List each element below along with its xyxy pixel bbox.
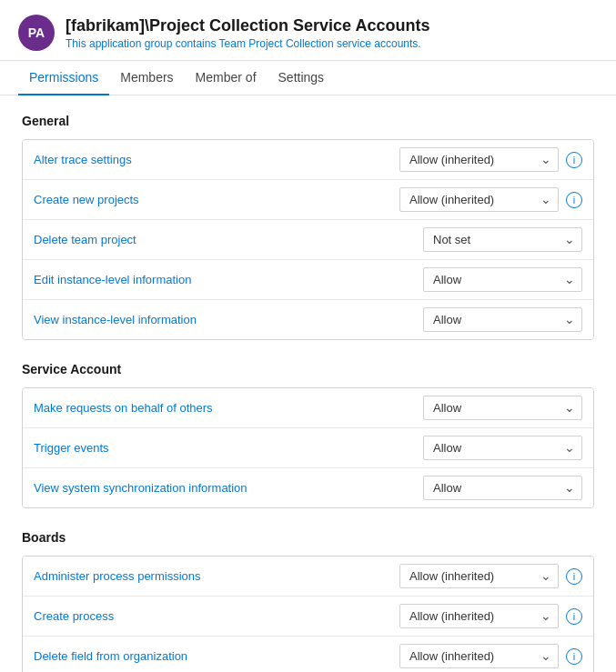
select-wrapper-trigger-events: Allow Not set Allow (inherited) Deny (423, 436, 582, 460)
permission-row-view-sync: View system synchronization information … (23, 468, 593, 507)
info-icon-alter-trace[interactable]: i (566, 152, 582, 168)
select-view-instance[interactable]: Allow Not set Allow (inherited) Deny (423, 307, 582, 332)
header-text: [fabrikam]\Project Collection Service Ac… (66, 16, 429, 50)
permission-control-create-process: Allow (inherited) Not set Allow Deny i (399, 604, 582, 628)
info-icon-create-process[interactable]: i (566, 608, 582, 625)
permission-row-administer-process: Administer process permissions Allow (in… (23, 557, 593, 597)
select-view-sync[interactable]: Allow Not set Allow (inherited) Deny (423, 476, 582, 500)
tab-settings[interactable]: Settings (268, 61, 336, 95)
permission-control-alter-trace: Allow (inherited) Not set Allow Deny i (399, 147, 582, 172)
permission-control-trigger-events: Allow Not set Allow (inherited) Deny (423, 436, 582, 460)
select-delete-field[interactable]: Allow (inherited) Not set Allow Deny (399, 644, 559, 668)
section-boards-title: Boards (22, 530, 594, 545)
permission-control-create-projects: Allow (inherited) Not set Allow Deny i (399, 187, 582, 212)
avatar: PA (18, 15, 55, 51)
select-wrapper-edit-instance: Allow Not set Allow (inherited) Deny (423, 267, 582, 292)
permission-control-edit-instance: Allow Not set Allow (inherited) Deny (423, 267, 582, 292)
permission-row-create-process: Create process Allow (inherited) Not set… (23, 597, 593, 637)
select-wrapper-delete-project: Not set Allow Allow (inherited) Deny (423, 227, 582, 252)
select-alter-trace[interactable]: Allow (inherited) Not set Allow Deny (399, 147, 559, 172)
info-icon-delete-field[interactable]: i (566, 648, 582, 665)
permission-label-view-sync[interactable]: View system synchronization information (34, 481, 423, 495)
permission-control-view-sync: Allow Not set Allow (inherited) Deny (423, 476, 582, 500)
permission-row-trigger-events: Trigger events Allow Not set Allow (inhe… (23, 428, 593, 468)
permission-control-delete-project: Not set Allow Allow (inherited) Deny (423, 227, 582, 252)
permission-label-create-process[interactable]: Create process (34, 609, 399, 623)
section-service-account-title: Service Account (22, 362, 594, 376)
section-general-title: General (22, 114, 594, 128)
permission-label-alter-trace[interactable]: Alter trace settings (34, 153, 399, 166)
permission-label-delete-field[interactable]: Delete field from organization (34, 649, 399, 663)
permission-label-trigger-events[interactable]: Trigger events (34, 441, 423, 455)
permission-label-create-projects[interactable]: Create new projects (34, 193, 399, 206)
info-icon-create-projects[interactable]: i (566, 192, 582, 208)
permission-label-edit-instance[interactable]: Edit instance-level information (34, 273, 423, 286)
tab-members[interactable]: Members (109, 61, 184, 95)
permission-control-view-instance: Allow Not set Allow (inherited) Deny (423, 307, 582, 332)
select-wrapper-create-projects: Allow (inherited) Not set Allow Deny (399, 187, 559, 212)
page-title: [fabrikam]\Project Collection Service Ac… (66, 16, 429, 35)
permission-label-administer-process[interactable]: Administer process permissions (34, 569, 399, 583)
select-administer-process[interactable]: Allow (inherited) Not set Allow Deny (399, 564, 559, 588)
permission-control-administer-process: Allow (inherited) Not set Allow Deny i (399, 564, 582, 588)
nav-tabs: Permissions Members Member of Settings (0, 61, 616, 95)
permission-row-create-projects: Create new projects Allow (inherited) No… (23, 180, 593, 220)
select-wrapper-alter-trace: Allow (inherited) Not set Allow Deny (399, 147, 559, 172)
select-edit-instance[interactable]: Allow Not set Allow (inherited) Deny (423, 267, 582, 292)
info-icon-administer-process[interactable]: i (566, 568, 582, 585)
permission-row-make-requests: Make requests on behalf of others Allow … (23, 388, 593, 428)
select-make-requests[interactable]: Allow Not set Allow (inherited) Deny (423, 396, 582, 420)
section-general-body: Alter trace settings Allow (inherited) N… (22, 139, 594, 340)
select-wrapper-create-process: Allow (inherited) Not set Allow Deny (399, 604, 559, 628)
permission-control-delete-field: Allow (inherited) Not set Allow Deny i (399, 644, 582, 668)
section-boards-body: Administer process permissions Allow (in… (22, 556, 594, 672)
permission-row-delete-project: Delete team project Not set Allow Allow … (23, 220, 593, 260)
select-wrapper-view-sync: Allow Not set Allow (inherited) Deny (423, 476, 582, 500)
section-boards: Boards Administer process permissions Al… (22, 530, 594, 672)
select-wrapper-delete-field: Allow (inherited) Not set Allow Deny (399, 644, 559, 668)
permission-row-delete-field: Delete field from organization Allow (in… (23, 637, 593, 672)
permission-label-make-requests[interactable]: Make requests on behalf of others (34, 401, 423, 415)
permission-label-delete-project[interactable]: Delete team project (34, 233, 423, 246)
permission-row-edit-instance: Edit instance-level information Allow No… (23, 260, 593, 300)
select-delete-project[interactable]: Not set Allow Allow (inherited) Deny (423, 227, 582, 252)
section-service-account: Service Account Make requests on behalf … (22, 362, 594, 508)
select-trigger-events[interactable]: Allow Not set Allow (inherited) Deny (423, 436, 582, 460)
select-create-projects[interactable]: Allow (inherited) Not set Allow Deny (399, 187, 559, 212)
section-general: General Alter trace settings Allow (inhe… (22, 114, 594, 340)
select-create-process[interactable]: Allow (inherited) Not set Allow Deny (399, 604, 559, 628)
permission-label-view-instance[interactable]: View instance-level information (34, 313, 423, 326)
permission-control-make-requests: Allow Not set Allow (inherited) Deny (423, 396, 582, 420)
select-wrapper-view-instance: Allow Not set Allow (inherited) Deny (423, 307, 582, 332)
select-wrapper-make-requests: Allow Not set Allow (inherited) Deny (423, 396, 582, 420)
permission-row-view-instance: View instance-level information Allow No… (23, 300, 593, 339)
page-header: PA [fabrikam]\Project Collection Service… (0, 0, 616, 61)
tab-permissions[interactable]: Permissions (18, 61, 109, 95)
main-content: General Alter trace settings Allow (inhe… (0, 95, 616, 672)
tab-member-of[interactable]: Member of (185, 61, 268, 95)
page-subtitle: This application group contains Team Pro… (66, 37, 429, 50)
section-service-account-body: Make requests on behalf of others Allow … (22, 387, 594, 508)
select-wrapper-administer-process: Allow (inherited) Not set Allow Deny (399, 564, 559, 588)
permission-row-alter-trace: Alter trace settings Allow (inherited) N… (23, 140, 593, 180)
